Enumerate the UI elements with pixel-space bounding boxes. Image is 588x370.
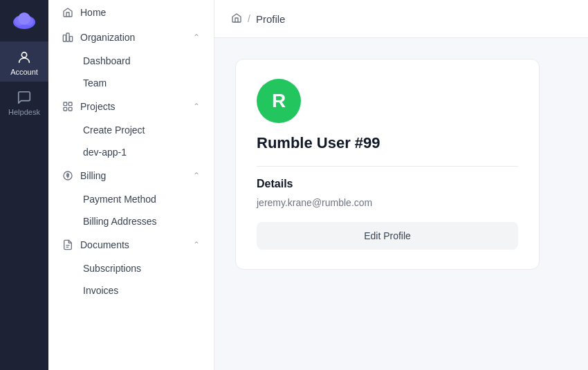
svg-rect-9 (68, 102, 72, 106)
documents-label: Documents (80, 239, 129, 250)
svg-rect-8 (64, 102, 67, 106)
logo (0, 0, 48, 41)
svg-rect-6 (66, 33, 69, 41)
svg-rect-10 (64, 107, 67, 111)
projects-label: Projects (80, 101, 116, 112)
billing-children: Payment Method Billing Addresses (48, 188, 214, 232)
nav-account-label: Account (10, 68, 38, 76)
sidebar-item-subscriptions[interactable]: Subscriptions (48, 257, 214, 279)
breadcrumb-separator: / (248, 13, 250, 24)
svg-point-4 (21, 53, 26, 57)
divider (257, 166, 518, 167)
details-heading: Details (257, 178, 518, 190)
projects-chevron: ⌃ (193, 102, 200, 111)
sidebar: Home Organization ⌃ Dashboard Team Proje… (48, 0, 214, 370)
svg-point-3 (18, 12, 30, 25)
nav-item-helpdesk[interactable]: Helpdesk (0, 82, 48, 122)
breadcrumb-home[interactable] (231, 12, 242, 26)
documents-icon (62, 239, 73, 250)
sidebar-section-billing[interactable]: Billing ⌃ (48, 163, 214, 188)
documents-chevron: ⌃ (193, 240, 200, 250)
user-name: Rumble User #99 (257, 134, 518, 152)
sidebar-section-organization[interactable]: Organization ⌃ (48, 25, 214, 50)
rumble-logo-icon (10, 10, 38, 32)
svg-rect-5 (63, 35, 66, 41)
topbar: / Profile (214, 0, 588, 38)
sidebar-item-create-project[interactable]: Create Project (48, 119, 214, 141)
content-area: R Rumble User #99 Details jeremy.krane@r… (214, 38, 588, 370)
organization-icon (62, 32, 73, 43)
nav-helpdesk-label: Helpdesk (8, 108, 40, 116)
sidebar-item-payment-method[interactable]: Payment Method (48, 188, 214, 210)
svg-rect-7 (70, 37, 73, 41)
billing-chevron: ⌃ (193, 171, 200, 181)
sidebar-section-projects[interactable]: Projects ⌃ (48, 94, 214, 119)
details-email: jeremy.krane@rumble.com (257, 197, 518, 208)
projects-children: Create Project dev-app-1 (48, 119, 214, 163)
nav-item-account[interactable]: Account (0, 41, 48, 82)
documents-children: Subscriptions Invoices (48, 257, 214, 302)
main-content: / Profile R Rumble User #99 Details jere… (214, 0, 588, 370)
sidebar-item-home[interactable]: Home (48, 0, 214, 25)
breadcrumb-current: Profile (256, 13, 286, 25)
organization-label: Organization (80, 32, 135, 43)
account-icon (17, 50, 32, 65)
icon-nav: Account Helpdesk (0, 0, 48, 370)
profile-card: R Rumble User #99 Details jeremy.krane@r… (235, 59, 540, 270)
sidebar-item-dev-app-1[interactable]: dev-app-1 (48, 141, 214, 163)
billing-label: Billing (80, 170, 106, 181)
avatar: R (257, 79, 301, 123)
home-label: Home (80, 7, 106, 18)
organization-chevron: ⌃ (193, 33, 200, 42)
projects-icon (62, 101, 73, 112)
home-icon (62, 7, 73, 18)
sidebar-item-dashboard[interactable]: Dashboard (48, 50, 214, 72)
sidebar-item-billing-addresses[interactable]: Billing Addresses (48, 210, 214, 232)
svg-rect-11 (68, 107, 72, 111)
sidebar-item-team[interactable]: Team (48, 72, 214, 94)
sidebar-section-documents[interactable]: Documents ⌃ (48, 232, 214, 257)
edit-profile-button[interactable]: Edit Profile (257, 222, 518, 250)
sidebar-item-invoices[interactable]: Invoices (48, 279, 214, 302)
billing-icon (62, 170, 73, 181)
organization-children: Dashboard Team (48, 50, 214, 94)
home-breadcrumb-icon (231, 12, 242, 24)
helpdesk-icon (17, 90, 32, 105)
